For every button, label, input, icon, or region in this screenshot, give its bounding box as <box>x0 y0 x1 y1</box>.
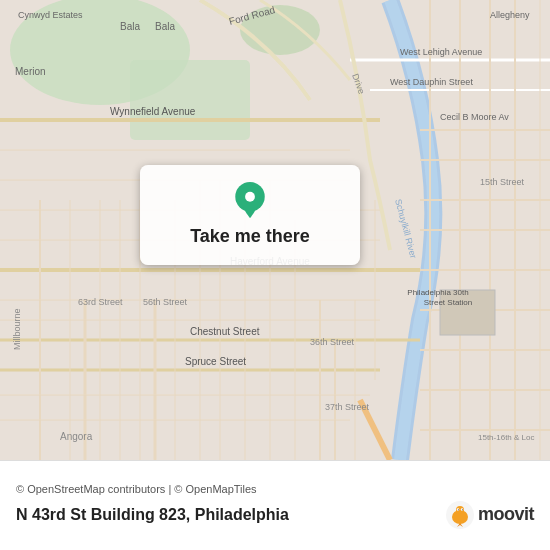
svg-point-76 <box>245 191 255 201</box>
moovit-logo: moovit <box>446 501 534 529</box>
svg-text:Bala: Bala <box>120 21 140 32</box>
svg-text:Merion: Merion <box>15 66 46 77</box>
svg-text:Cynwyd Estates: Cynwyd Estates <box>18 10 83 20</box>
svg-text:63rd Street: 63rd Street <box>78 297 123 307</box>
svg-text:Bala: Bala <box>155 21 175 32</box>
moovit-brand-name: moovit <box>478 504 534 525</box>
map-attribution: © OpenStreetMap contributors | © OpenMap… <box>16 483 534 495</box>
location-pin-icon <box>232 182 268 218</box>
svg-text:56th Street: 56th Street <box>143 297 188 307</box>
svg-text:West Dauphin Street: West Dauphin Street <box>390 77 473 87</box>
svg-text:15th Street: 15th Street <box>480 177 525 187</box>
svg-text:West Lehigh Avenue: West Lehigh Avenue <box>400 47 482 57</box>
svg-point-82 <box>458 509 459 510</box>
svg-text:Spruce Street: Spruce Street <box>185 356 246 367</box>
svg-text:Chestnut Street: Chestnut Street <box>190 326 260 337</box>
take-me-there-card[interactable]: Take me there <box>140 165 360 265</box>
svg-text:36th Street: 36th Street <box>310 337 355 347</box>
moovit-brand-icon <box>446 501 474 529</box>
svg-text:15th-16th & Loc: 15th-16th & Loc <box>478 433 534 442</box>
svg-text:Angora: Angora <box>60 431 93 442</box>
take-me-there-button[interactable]: Take me there <box>182 224 318 249</box>
map-container: Ford Road West Lehigh Avenue West Dauphi… <box>0 0 550 550</box>
svg-text:Philadelphia 30th: Philadelphia 30th <box>407 288 468 297</box>
svg-text:Wynnefield Avenue: Wynnefield Avenue <box>110 106 196 117</box>
svg-text:Allegheny: Allegheny <box>490 10 530 20</box>
svg-text:37th Street: 37th Street <box>325 402 370 412</box>
svg-text:Cecil B Moore Av: Cecil B Moore Av <box>440 112 509 122</box>
svg-text:Street Station: Street Station <box>424 298 472 307</box>
info-bar: © OpenStreetMap contributors | © OpenMap… <box>0 460 550 550</box>
location-row: N 43rd St Building 823, Philadelphia <box>16 501 534 529</box>
location-name: N 43rd St Building 823, Philadelphia <box>16 506 289 524</box>
svg-rect-2 <box>130 60 250 140</box>
svg-text:Millbourne: Millbourne <box>12 308 22 350</box>
svg-point-83 <box>462 509 463 510</box>
